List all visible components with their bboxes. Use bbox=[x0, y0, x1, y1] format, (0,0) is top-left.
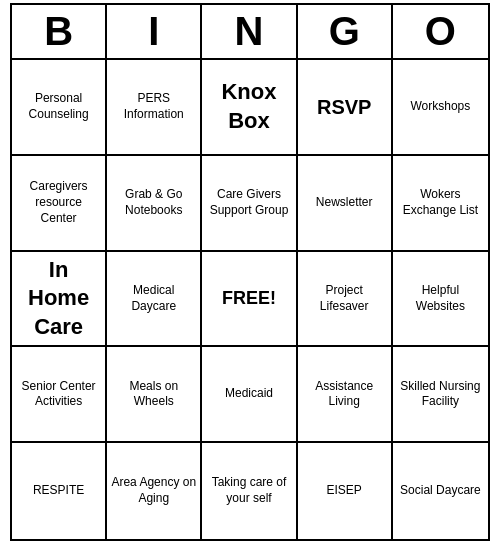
bingo-cell-6[interactable]: Grab & Go Notebooks bbox=[107, 156, 202, 252]
bingo-cell-16[interactable]: Meals on Wheels bbox=[107, 347, 202, 443]
header-b: B bbox=[12, 5, 107, 58]
bingo-cell-11[interactable]: Medical Daycare bbox=[107, 252, 202, 348]
bingo-cell-24[interactable]: Social Daycare bbox=[393, 443, 488, 539]
bingo-cell-4[interactable]: Workshops bbox=[393, 60, 488, 156]
header-o: O bbox=[393, 5, 488, 58]
bingo-cell-21[interactable]: Area Agency on Aging bbox=[107, 443, 202, 539]
header-g: G bbox=[298, 5, 393, 58]
bingo-cell-2[interactable]: Knox Box bbox=[202, 60, 297, 156]
bingo-cell-17[interactable]: Medicaid bbox=[202, 347, 297, 443]
bingo-cell-23[interactable]: EISEP bbox=[298, 443, 393, 539]
bingo-cell-7[interactable]: Care Givers Support Group bbox=[202, 156, 297, 252]
bingo-header: B I N G O bbox=[12, 5, 488, 60]
bingo-cell-12[interactable]: FREE! bbox=[202, 252, 297, 348]
header-i: I bbox=[107, 5, 202, 58]
bingo-cell-13[interactable]: Project Lifesaver bbox=[298, 252, 393, 348]
bingo-cell-8[interactable]: Newsletter bbox=[298, 156, 393, 252]
bingo-cell-20[interactable]: RESPITE bbox=[12, 443, 107, 539]
bingo-cell-1[interactable]: PERS Information bbox=[107, 60, 202, 156]
bingo-cell-9[interactable]: Wokers Exchange List bbox=[393, 156, 488, 252]
bingo-cell-18[interactable]: Assistance Living bbox=[298, 347, 393, 443]
bingo-cell-22[interactable]: Taking care of your self bbox=[202, 443, 297, 539]
bingo-card: B I N G O Personal CounselingPERS Inform… bbox=[10, 3, 490, 541]
bingo-cell-19[interactable]: Skilled Nursing Facility bbox=[393, 347, 488, 443]
bingo-cell-14[interactable]: Helpful Websites bbox=[393, 252, 488, 348]
bingo-cell-15[interactable]: Senior Center Activities bbox=[12, 347, 107, 443]
bingo-cell-3[interactable]: RSVP bbox=[298, 60, 393, 156]
bingo-grid: Personal CounselingPERS InformationKnox … bbox=[12, 60, 488, 539]
bingo-cell-10[interactable]: In Home Care bbox=[12, 252, 107, 348]
header-n: N bbox=[202, 5, 297, 58]
bingo-cell-0[interactable]: Personal Counseling bbox=[12, 60, 107, 156]
bingo-cell-5[interactable]: Caregivers resource Center bbox=[12, 156, 107, 252]
